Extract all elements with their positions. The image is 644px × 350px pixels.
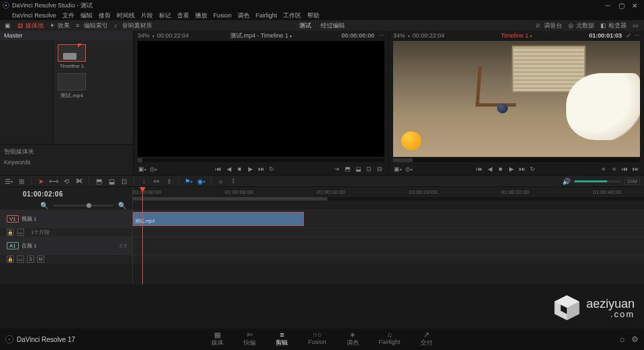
program-canvas[interactable] [393, 41, 640, 157]
play-button[interactable]: ▶ [246, 164, 255, 174]
stop-button[interactable]: ■ [235, 164, 244, 174]
options-icon[interactable]: ⋯ [378, 32, 384, 39]
zoom-level[interactable]: 34% [393, 32, 405, 39]
edit-index-tab[interactable]: ≡编辑索引 [74, 21, 110, 31]
menu-item[interactable]: 标记 [159, 11, 171, 20]
options-icon[interactable]: ⋯ [634, 32, 640, 39]
mark-out-button[interactable]: ⎆ [609, 164, 619, 174]
linked-move-button[interactable]: ⟐ [216, 176, 225, 186]
video-track-tag[interactable]: V1 [7, 215, 19, 223]
minimize-button[interactable]: ─ [601, 1, 614, 10]
page-deliver[interactable]: ↗交付 [421, 331, 433, 347]
playhead-timecode[interactable]: 01:00:02:06 [0, 187, 132, 200]
timeline-ruler[interactable]: 01:00:00:00 01:00:08:00 01:00:16:00 01:0… [133, 187, 644, 200]
menu-item[interactable]: 修剪 [99, 11, 111, 20]
selection-tool[interactable]: ➤ [36, 176, 46, 186]
playhead[interactable] [142, 187, 143, 284]
monitor-volume[interactable] [574, 180, 621, 182]
fit-button[interactable]: ⊡ [364, 164, 374, 174]
stop-button[interactable]: ■ [496, 164, 505, 174]
page-media[interactable]: ▦媒体 [211, 331, 223, 347]
stacked-view-button[interactable]: ⊞ [17, 176, 26, 186]
match-frame-button[interactable]: ◎▾ [404, 164, 413, 174]
first-frame-button[interactable]: ⏮ [213, 164, 223, 174]
timeline-thumbnail[interactable] [58, 44, 86, 62]
blade-tool[interactable]: ✀ [74, 176, 84, 186]
zoom-in-button[interactable]: 🔍 [117, 200, 127, 210]
source-name[interactable]: 测试.mp4 - Timeline 1 ▾ [230, 32, 292, 40]
menu-item[interactable]: 查看 [177, 11, 189, 20]
source-scrubber[interactable] [138, 158, 384, 162]
marker-button[interactable]: ◉▾ [197, 176, 206, 186]
solo-button[interactable]: S [27, 255, 34, 263]
layout-button[interactable]: ▣ [3, 21, 13, 30]
prev-marker-button[interactable]: ⏮ [620, 164, 629, 174]
maximize-button[interactable]: ▢ [614, 1, 628, 10]
project-settings-button[interactable]: ⚙ [631, 335, 639, 344]
audio-track[interactable] [133, 237, 644, 254]
flag-button[interactable]: ⚑▾ [184, 176, 193, 186]
effects-tab[interactable]: ✦效果 [48, 21, 72, 31]
overwrite-button[interactable]: ⇥ [332, 164, 341, 174]
zoom-slider[interactable] [53, 205, 113, 207]
home-button[interactable]: ⌂ [620, 335, 625, 344]
smart-bins[interactable]: 智能媒体夹 Keywords [0, 144, 133, 175]
loop-button[interactable]: ↻ [528, 164, 537, 174]
prev-frame-button[interactable]: ◀ [224, 164, 233, 174]
bin-sidebar[interactable] [0, 40, 54, 144]
menu-item[interactable]: 编辑 [80, 11, 93, 20]
next-frame-button[interactable]: ⏭ [517, 164, 527, 174]
page-fusion[interactable]: ○○Fusion [308, 331, 326, 347]
menu-item[interactable]: 帮助 [307, 11, 319, 20]
timeline-nav-thumb[interactable] [133, 197, 327, 200]
program-scrubber[interactable] [393, 158, 640, 162]
media-pool-tab[interactable]: ▤媒体池 [15, 21, 46, 31]
lock-icon[interactable]: 🔒 [7, 255, 14, 263]
menu-item[interactable]: 工作区 [283, 11, 301, 20]
video-clip[interactable]: 测试.mp4 [133, 212, 304, 226]
link-toggle[interactable]: ⚯ [152, 176, 161, 186]
insert-button[interactable]: ⬒ [343, 164, 352, 174]
audio-track-tag[interactable]: A1 [7, 242, 19, 249]
trim-tool[interactable]: ⟷ [49, 176, 58, 186]
menu-item[interactable]: Fairlight [256, 12, 277, 19]
menu-item[interactable]: Fusion [213, 12, 231, 19]
program-name[interactable]: Timeline 1 ▾ [501, 32, 533, 39]
sticky-button[interactable]: ⟟ [229, 176, 238, 186]
reel-icon[interactable]: ▭ [17, 255, 24, 263]
menu-item[interactable]: 文件 [62, 11, 74, 20]
dim-button[interactable]: DIM [625, 178, 640, 185]
source-canvas[interactable] [138, 41, 384, 157]
inspector-tab[interactable]: ◧检查器 [598, 21, 629, 31]
lock-icon[interactable]: 🔒 [7, 229, 14, 236]
menu-item[interactable]: 时间线 [117, 11, 135, 20]
menu-item[interactable]: DaVinci Resolve [12, 12, 56, 19]
replace-button[interactable]: ⬓ [354, 164, 363, 174]
zoom-level[interactable]: 34% [138, 32, 150, 39]
mute-button[interactable]: M [37, 255, 44, 263]
sound-library-tab[interactable]: ♪音响素材库 [112, 21, 154, 31]
video-track-header[interactable]: V1 视频 1 [0, 210, 132, 227]
loop-button[interactable]: ↻ [267, 164, 276, 174]
next-marker-button[interactable]: ⏭ [631, 164, 640, 174]
dynamic-trim-tool[interactable]: ⟲ [62, 176, 71, 186]
page-cut[interactable]: ✄快编 [244, 331, 256, 347]
viewer-mode-button[interactable]: ▣▾ [138, 164, 147, 174]
first-frame-button[interactable]: ⏮ [474, 164, 484, 174]
position-lock-button[interactable]: ⩉ [164, 176, 174, 186]
insert-clip-button[interactable]: ⬒ [94, 176, 103, 186]
menu-item[interactable]: 片段 [141, 11, 153, 20]
page-edit[interactable]: ≡剪辑 [276, 331, 288, 347]
play-button[interactable]: ▶ [506, 164, 516, 174]
clip-thumbnail[interactable] [58, 73, 86, 91]
prev-frame-button[interactable]: ◀ [485, 164, 494, 174]
expand-icon[interactable]: ⤢ [626, 32, 631, 39]
close-button[interactable]: ✕ [628, 1, 641, 10]
menu-item[interactable]: 调色 [237, 11, 250, 20]
page-color[interactable]: ∗调色 [347, 331, 359, 347]
menu-item[interactable]: 播放 [195, 11, 207, 20]
view-options-button[interactable]: ☰▾ [4, 176, 13, 186]
timeline-tracks[interactable]: 01:00:00:00 01:00:08:00 01:00:16:00 01:0… [133, 187, 644, 284]
next-frame-button[interactable]: ⏭ [256, 164, 266, 174]
bin-header[interactable]: Master [0, 31, 133, 40]
